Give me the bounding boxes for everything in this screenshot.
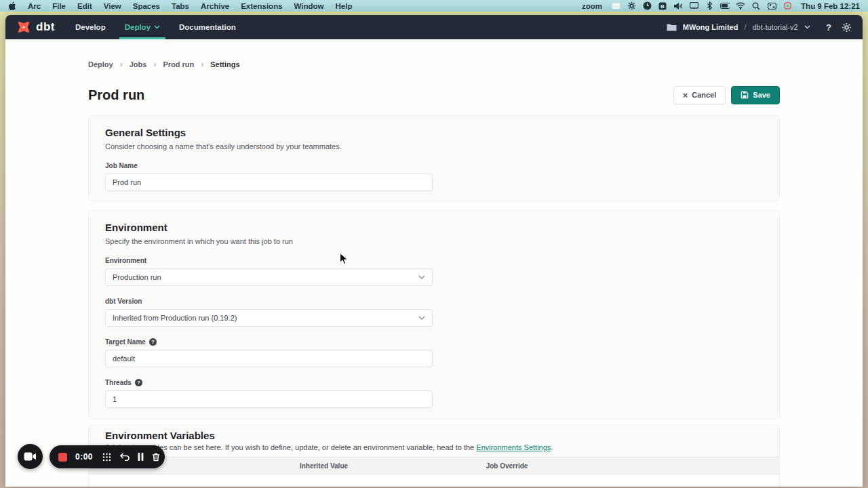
settings-page: Deploy › Jobs › Prod run › Settings Prod… [88, 39, 780, 487]
recording-toolbar: 0:00 [50, 445, 165, 468]
environment-variables-description: Job level overrides can be set here. If … [105, 443, 763, 451]
display-icon[interactable] [689, 1, 698, 11]
column-inherited-value: Inherited Value [227, 462, 420, 470]
camera-button[interactable] [18, 444, 43, 469]
threads-label: Threads ? [105, 378, 433, 386]
job-name-input[interactable] [105, 174, 433, 191]
breadcrumb: Deploy › Jobs › Prod run › Settings [88, 60, 780, 69]
help-icon[interactable]: ? [826, 22, 831, 33]
target-name-input[interactable] [105, 350, 433, 367]
column-job-override: Job Override [420, 462, 593, 470]
cancel-button[interactable]: × Cancel [673, 86, 726, 104]
screen-mirror-icon[interactable] [611, 1, 620, 11]
chevron-down-icon [418, 275, 425, 279]
macos-menubar: Arc File Edit View Spaces Tabs Archive E… [0, 0, 868, 12]
threads-input[interactable] [105, 390, 433, 408]
recording-timer: 0:00 [75, 452, 93, 462]
nav-develop[interactable]: Develop [75, 15, 106, 39]
project-switcher[interactable]: dbt-tutorial-v2 [752, 23, 797, 31]
header-separator: / [744, 23, 746, 31]
desktop-wallpaper: Arc File Edit View Spaces Tabs Archive E… [0, 0, 868, 488]
environment-select-label: Environment [105, 256, 433, 264]
breadcrumb-prod-run[interactable]: Prod run [163, 60, 194, 68]
menubar-item-extensions[interactable]: Extensions [241, 2, 282, 10]
menubar-clock[interactable]: Thu 9 Feb 12:21 [801, 2, 860, 10]
chevron-down-icon [418, 316, 425, 320]
apple-menu-icon[interactable] [8, 1, 16, 11]
grid-icon[interactable] [102, 453, 111, 462]
menubar-item-file[interactable]: File [52, 2, 66, 10]
search-icon[interactable] [751, 1, 761, 11]
breadcrumb-separator: › [201, 60, 203, 69]
breadcrumb-settings: Settings [210, 60, 239, 68]
general-settings-subtitle: Consider choosing a name that's easily u… [105, 142, 763, 150]
breadcrumb-deploy[interactable]: Deploy [88, 60, 113, 68]
trash-icon[interactable] [152, 453, 160, 462]
environment-card: Environment Specify the environment in w… [88, 210, 780, 420]
svg-text:B: B [660, 3, 665, 9]
battery-icon[interactable] [720, 1, 730, 11]
chevron-down-icon[interactable] [804, 25, 810, 29]
account-switcher[interactable]: MWong Limited [683, 23, 738, 31]
settings-gear-icon[interactable] [842, 22, 852, 33]
environment-variables-heading: Environment Variables [105, 430, 763, 441]
bluetooth-icon[interactable] [705, 1, 714, 11]
page-title: Prod run [88, 87, 144, 103]
table-row [89, 474, 779, 487]
dbt-version-label: dbt Version [105, 297, 433, 305]
dbt-logo-text: dbt [36, 20, 55, 34]
breadcrumb-jobs[interactable]: Jobs [130, 60, 147, 68]
environment-variables-table-header: Inherited Value Job Override [89, 457, 779, 474]
dbt-logo[interactable]: dbt [16, 15, 55, 39]
stop-record-button[interactable] [58, 453, 67, 462]
general-settings-heading: General Settings [105, 127, 763, 138]
menubar-item-help[interactable]: Help [336, 2, 353, 10]
close-icon: × [683, 90, 688, 100]
undo-icon[interactable] [119, 453, 130, 461]
chevron-down-icon [154, 25, 160, 29]
clock-icon[interactable] [642, 1, 652, 11]
folder-icon [667, 23, 677, 31]
menubar-item-view[interactable]: View [104, 2, 121, 10]
environments-settings-link[interactable]: Environments Settings [476, 443, 551, 451]
wifi-icon[interactable] [736, 1, 745, 11]
nav-deploy[interactable]: Deploy [125, 15, 160, 39]
dbt-logo-icon [16, 20, 31, 35]
nav-documentation[interactable]: Documentation [179, 15, 236, 39]
help-icon[interactable]: ? [135, 379, 142, 386]
main-nav: Develop Deploy Documentation [75, 15, 236, 39]
breadcrumb-separator: › [153, 60, 156, 69]
environment-subtitle: Specify the environment in which you wan… [105, 237, 763, 245]
environment-heading: Environment [105, 222, 763, 233]
dbt-version-select[interactable]: Inherited from Production run (0.19.2) [105, 309, 433, 327]
menubar-item-arc[interactable]: Arc [28, 2, 41, 10]
target-name-label: Target Name ? [105, 338, 433, 346]
general-settings-card: General Settings Consider choosing a nam… [88, 115, 780, 201]
mouse-cursor [339, 252, 349, 268]
recording-status-icon[interactable] [783, 1, 792, 11]
save-button[interactable]: Save [731, 86, 780, 104]
browser-window: dbt Develop Deploy Documentation MWong L [5, 15, 863, 487]
menubar-item-window[interactable]: Window [294, 2, 324, 10]
environment-variables-card: Environment Variables Job level override… [88, 425, 780, 487]
menubar-item-edit[interactable]: Edit [77, 2, 92, 10]
save-icon [741, 91, 749, 99]
menubar-item-archive[interactable]: Archive [201, 2, 229, 10]
environment-select[interactable]: Production run [105, 268, 433, 286]
breadcrumb-separator: › [120, 60, 123, 69]
menubar-item-spaces[interactable]: Spaces [133, 2, 160, 10]
video-camera-icon [24, 452, 37, 461]
pause-icon[interactable] [138, 453, 144, 461]
gear-icon[interactable] [627, 1, 636, 11]
job-name-label: Job Name [105, 161, 433, 169]
menubar-item-tabs[interactable]: Tabs [172, 2, 189, 10]
help-icon[interactable]: ? [149, 338, 157, 346]
volume-icon[interactable] [673, 1, 683, 11]
control-center-icon[interactable] [767, 1, 776, 11]
menubar-zoom-app[interactable]: zoom [582, 2, 602, 10]
box-app-icon[interactable]: B [658, 1, 667, 11]
dbt-app-header: dbt Develop Deploy Documentation MWong L [5, 15, 863, 39]
